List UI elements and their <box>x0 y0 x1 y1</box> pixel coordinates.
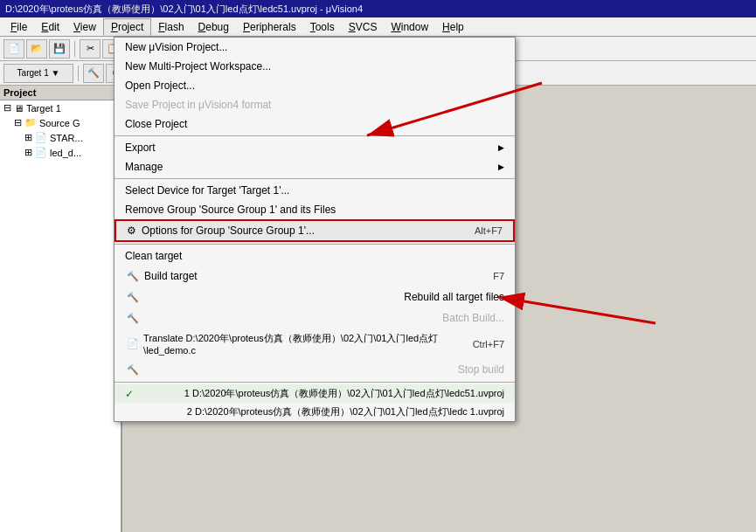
stop-icon: 🔨 <box>125 363 141 377</box>
menu-translate[interactable]: 📄 Translate D:\2020年\proteus仿真（教师使用）\02入… <box>114 328 515 359</box>
separator2 <box>114 178 515 179</box>
batch-label: Batch Build... <box>442 312 504 324</box>
menu-svcs[interactable]: SVCS <box>342 19 385 35</box>
menu-bar: File Edit View Project Flash Debug Perip… <box>0 17 756 37</box>
menu-remove-group[interactable]: Remove Group 'Source Group 1' and its Fi… <box>114 200 515 219</box>
led-icon: 📄 <box>35 147 47 158</box>
new-btn[interactable]: 📄 <box>3 39 24 59</box>
expand-icon[interactable]: ⊟ <box>3 102 11 114</box>
options-icon: ⚙ <box>127 225 136 237</box>
menu-flash[interactable]: Flash <box>151 19 191 35</box>
expand-icon2[interactable]: ⊟ <box>14 117 22 128</box>
rebuild-icon: 🔨 <box>125 290 141 304</box>
menu-clean-target[interactable]: Clean target <box>114 246 515 266</box>
manage-label: Manage <box>125 161 163 173</box>
open-btn[interactable]: 📂 <box>26 39 47 59</box>
menu-tools[interactable]: Tools <box>303 19 342 35</box>
batch-icon: 🔨 <box>125 311 141 325</box>
menu-window[interactable]: Window <box>384 19 435 35</box>
menu-file[interactable]: File <box>3 19 34 35</box>
project-panel: Project ⊟ 🖥 Target 1 ⊟ 📁 Source G ⊞ 📄 ST… <box>0 86 122 532</box>
open-project-label: Open Project... <box>125 79 195 92</box>
menu-recent2[interactable]: 2 D:\2020年\proteus仿真（教师使用）\02入门\01入门led点… <box>114 403 515 421</box>
title-text: D:\2020年\proteus仿真（教师使用）\02入门\01入门led点灯\… <box>5 3 363 16</box>
separator4 <box>114 382 515 383</box>
menu-debug[interactable]: Debug <box>191 19 236 35</box>
separator1 <box>114 135 515 136</box>
menu-help[interactable]: Help <box>435 19 471 35</box>
expand-icon3[interactable]: ⊞ <box>24 132 32 143</box>
menu-recent1[interactable]: ✓ 1 D:\2020年\proteus仿真（教师使用）\02入门\01入门le… <box>114 384 515 403</box>
menu-new-multiproject[interactable]: New Multi-Project Workspace... <box>114 57 515 76</box>
new-multiproject-label: New Multi-Project Workspace... <box>125 60 271 73</box>
select-device-label: Select Device for Target 'Target 1'... <box>125 184 289 197</box>
target-select[interactable]: Target 1 ▼ <box>3 64 73 83</box>
new-uvision-label: New μVision Project... <box>125 41 227 53</box>
panel-header: Project <box>0 86 121 100</box>
menu-manage[interactable]: Manage <box>114 157 515 176</box>
options-group-label: Options for Group 'Source Group 1'... <box>142 225 315 237</box>
build-btn[interactable]: 🔨 <box>83 64 104 83</box>
menu-view[interactable]: View <box>66 19 103 35</box>
led-label: led_d... <box>50 148 81 158</box>
options-shortcut: Alt+F7 <box>475 225 503 236</box>
check-icon: ✓ <box>125 388 134 400</box>
remove-group-label: Remove Group 'Source Group 1' and its Fi… <box>125 204 336 216</box>
title-bar: D:\2020年\proteus仿真（教师使用）\02入门\01入门led点灯\… <box>0 0 756 17</box>
target-icon: 🖥 <box>14 103 24 114</box>
expand-icon4[interactable]: ⊞ <box>24 147 32 158</box>
menu-export[interactable]: Export <box>114 138 515 157</box>
menu-project[interactable]: Project <box>103 18 151 36</box>
translate-icon: 📄 <box>125 337 140 351</box>
clean-label: Clean target <box>125 250 182 262</box>
sep3 <box>78 66 79 81</box>
menu-open-project[interactable]: Open Project... <box>114 76 515 95</box>
build-shortcut: F7 <box>493 271 504 281</box>
tree-target: ⊟ 🖥 Target 1 <box>0 100 121 115</box>
sep1 <box>74 41 75 57</box>
rebuild-label: Rebuild all target files <box>404 291 504 303</box>
tree-led: ⊞ 📄 led_d... <box>0 145 121 160</box>
export-label: Export <box>125 142 156 154</box>
build-icon: 🔨 <box>125 269 141 283</box>
source-icon: 📁 <box>24 117 37 128</box>
startup-icon: 📄 <box>35 132 47 143</box>
project-dropdown-menu: New μVision Project... New Multi-Project… <box>114 37 516 422</box>
menu-close-project[interactable]: Close Project <box>114 114 515 134</box>
target-label: Target 1 <box>26 103 61 114</box>
menu-edit[interactable]: Edit <box>34 19 66 35</box>
recent2-label: 2 D:\2020年\proteus仿真（教师使用）\02入门\01入门led点… <box>187 405 504 418</box>
startup-label: STAR... <box>50 133 83 143</box>
menu-peripherals[interactable]: Peripherals <box>236 19 303 35</box>
menu-rebuild-all[interactable]: 🔨 Rebuild all target files <box>114 287 515 307</box>
separator3 <box>114 244 515 245</box>
menu-options-group[interactable]: ⚙ Options for Group 'Source Group 1'... … <box>114 219 515 242</box>
source-label: Source G <box>39 118 80 128</box>
menu-save-project: Save Project in μVision4 format <box>114 95 515 114</box>
menu-build-target[interactable]: 🔨 Build target F7 <box>114 266 515 287</box>
tree-source-group: ⊟ 📁 Source G <box>0 115 121 130</box>
close-project-label: Close Project <box>125 118 187 130</box>
save-btn[interactable]: 💾 <box>49 39 70 59</box>
menu-batch-build: 🔨 Batch Build... <box>114 307 515 328</box>
build-label: Build target <box>144 270 198 282</box>
menu-new-uvision[interactable]: New μVision Project... <box>114 38 515 57</box>
translate-shortcut: Ctrl+F7 <box>473 339 504 349</box>
translate-label: Translate D:\2020年\proteus仿真（教师使用）\02入门\… <box>143 332 473 356</box>
tree-startup: ⊞ 📄 STAR... <box>0 130 121 145</box>
menu-select-device[interactable]: Select Device for Target 'Target 1'... <box>114 181 515 200</box>
menu-stop-build: 🔨 Stop build <box>114 359 515 380</box>
save-project-label: Save Project in μVision4 format <box>125 99 271 111</box>
recent1-label: 1 D:\2020年\proteus仿真（教师使用）\02入门\01入门led点… <box>184 387 504 400</box>
stop-label: Stop build <box>458 363 504 376</box>
cut-btn[interactable]: ✂ <box>80 39 101 59</box>
